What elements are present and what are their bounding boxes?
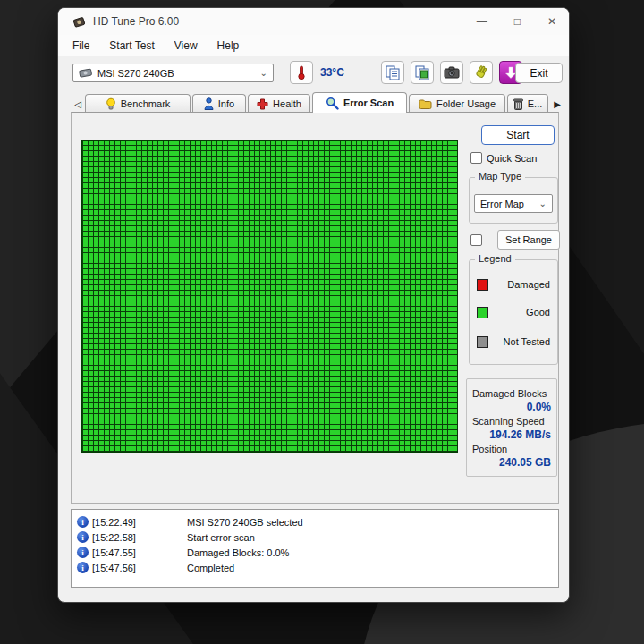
chevron-down-icon: ⌄ <box>539 199 547 208</box>
info-icon: i <box>77 547 89 558</box>
folder-icon <box>419 98 432 109</box>
shredder-icon <box>513 98 523 110</box>
good-swatch <box>477 307 488 318</box>
log-message: Damaged Blocks: 0.0% <box>187 547 289 558</box>
set-range-button[interactable]: Set Range <box>497 230 560 250</box>
start-button[interactable]: Start <box>481 125 555 145</box>
tab-error-scan-label: Error Scan <box>343 97 394 108</box>
copy-text-icon <box>386 65 401 80</box>
set-range-button-label: Set Range <box>505 234 552 245</box>
tab-benchmark-label: Benchmark <box>121 98 171 109</box>
tab-scroll-left[interactable]: ◁ <box>71 99 85 113</box>
position-label: Position <box>472 444 551 454</box>
drive-selector[interactable]: MSI S270 240GB ⌄ <box>72 64 274 82</box>
not-tested-label: Not Tested <box>504 336 550 347</box>
menu-help[interactable]: Help <box>217 39 240 52</box>
copy-image-icon <box>415 65 430 80</box>
info-icon: i <box>77 531 89 543</box>
error-scan-map[interactable] <box>81 140 458 453</box>
menu-view[interactable]: View <box>174 39 198 52</box>
camera-icon <box>444 66 460 79</box>
log-row[interactable]: i [15:22.58] Start error scan <box>72 530 558 545</box>
magnifier-icon <box>326 97 339 110</box>
tab-erase[interactable]: E... <box>507 94 548 113</box>
damaged-blocks-label: Damaged Blocks <box>472 388 551 399</box>
log-time: [15:47.55] <box>92 547 167 558</box>
tab-info-label: Info <box>218 98 234 109</box>
lightbulb-icon <box>106 97 116 110</box>
tab-erase-label: E... <box>528 98 543 109</box>
scanning-speed-value: 194.26 MB/s <box>472 428 551 441</box>
quick-scan-option[interactable]: Quick Scan <box>470 152 537 164</box>
menu-bar: File Start Test View Help <box>58 35 569 56</box>
map-type-title: Map Type <box>475 171 525 182</box>
log-time: [15:47.56] <box>92 563 167 573</box>
copy-image-button[interactable] <box>411 61 434 84</box>
tab-info[interactable]: Info <box>192 94 246 113</box>
tab-benchmark[interactable]: Benchmark <box>85 94 191 113</box>
temperature-value: 33°C <box>320 66 344 79</box>
log-row[interactable]: i [15:22.49] MSI S270 240GB selected <box>72 514 558 530</box>
legend-title: Legend <box>475 253 515 264</box>
log-row[interactable]: i [15:47.56] Completed <box>72 560 558 575</box>
map-type-group: Map Type Error Map ⌄ <box>469 177 558 224</box>
toolbar: MSI S270 240GB ⌄ 33°C <box>58 58 569 94</box>
legend-item-damaged: Damaged <box>477 278 550 291</box>
thermometer-icon <box>297 64 306 80</box>
medical-cross-icon <box>257 98 268 110</box>
log-row[interactable]: i [15:47.55] Damaged Blocks: 0.0% <box>72 545 558 560</box>
title-bar[interactable]: HD Tune Pro 6.00 — □ ✕ <box>58 8 569 35</box>
damaged-blocks-value: 0.0% <box>472 401 551 413</box>
set-range-checkbox[interactable] <box>470 234 482 246</box>
exit-button-label: Exit <box>530 67 547 80</box>
start-button-label: Start <box>506 129 529 141</box>
temperature-button[interactable] <box>290 61 313 84</box>
hand-icon <box>474 65 488 80</box>
log-message: MSI S270 240GB selected <box>187 517 303 528</box>
legend-group: Legend Damaged Good Not Tested <box>469 259 558 365</box>
log-time: [15:22.49] <box>92 517 167 528</box>
map-type-selector[interactable]: Error Map ⌄ <box>474 194 553 213</box>
scanning-speed-label: Scanning Speed <box>472 416 551 427</box>
quick-scan-checkbox[interactable] <box>470 152 482 164</box>
legend-item-not-tested: Not Tested <box>477 335 550 348</box>
tab-error-scan[interactable]: Error Scan <box>312 92 407 113</box>
hand-button[interactable] <box>470 61 493 84</box>
tab-health[interactable]: Health <box>248 94 310 113</box>
window-title: HD Tune Pro 6.00 <box>93 15 477 28</box>
scan-stats-box: Damaged Blocks 0.0% Scanning Speed 194.2… <box>466 378 557 477</box>
damaged-swatch <box>477 279 488 291</box>
quick-scan-label: Quick Scan <box>487 153 537 164</box>
map-type-value: Error Map <box>480 199 524 209</box>
log-message: Start error scan <box>187 532 255 543</box>
tab-scroll-right[interactable]: ▶ <box>550 99 564 113</box>
error-scan-pane: Start Quick Scan Map Type Error Map ⌄ Se… <box>71 112 559 504</box>
log-time: [15:22.58] <box>92 532 167 543</box>
log-message: Completed <box>187 563 234 573</box>
position-value: 240.05 GB <box>472 456 551 469</box>
menu-file[interactable]: File <box>72 39 89 52</box>
tab-folder-usage[interactable]: Folder Usage <box>409 94 505 113</box>
legend-item-good: Good <box>477 306 550 318</box>
not-tested-swatch <box>477 336 488 348</box>
event-log[interactable]: i [15:22.49] MSI S270 240GB selected i [… <box>71 509 559 588</box>
app-icon <box>72 16 86 28</box>
drive-selector-value: MSI S270 240GB <box>97 68 174 79</box>
close-button[interactable]: ✕ <box>547 15 556 28</box>
minimize-button[interactable]: — <box>477 15 487 28</box>
info-icon: i <box>77 516 89 528</box>
maximize-button[interactable]: □ <box>514 15 521 28</box>
menu-start-test[interactable]: Start Test <box>109 39 154 52</box>
copy-text-button[interactable] <box>381 61 404 84</box>
hd-tune-window: HD Tune Pro 6.00 — □ ✕ File Start Test V… <box>57 7 570 603</box>
tab-folder-usage-label: Folder Usage <box>436 98 496 109</box>
damaged-label: Damaged <box>507 279 550 290</box>
tab-strip: ◁ Benchmark Info Health Error Scan <box>58 92 569 113</box>
drive-icon <box>79 68 93 78</box>
set-range-option: Set Range <box>470 230 560 250</box>
screenshot-button[interactable] <box>440 61 463 84</box>
good-label: Good <box>526 307 550 318</box>
chevron-down-icon: ⌄ <box>260 68 267 78</box>
person-icon <box>204 97 214 110</box>
exit-button[interactable]: Exit <box>515 63 563 83</box>
